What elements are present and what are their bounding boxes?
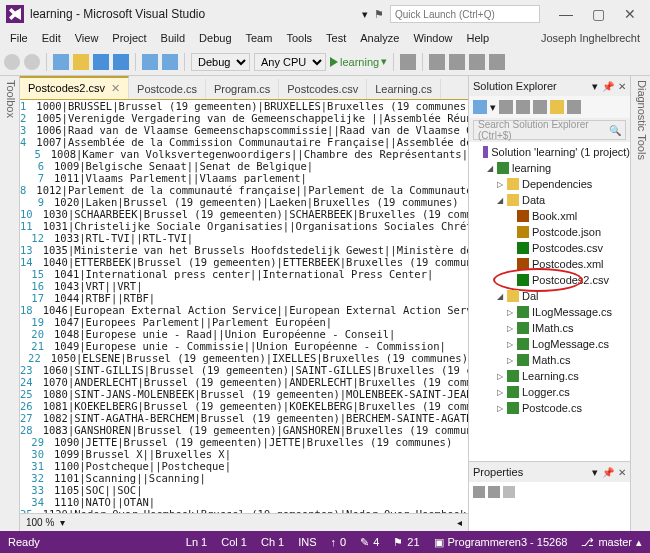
document-tab[interactable]: Program.cs (206, 79, 279, 99)
file-node[interactable]: Postcodes2.csv (469, 272, 630, 288)
alpha-icon[interactable] (488, 486, 500, 498)
file-node[interactable]: ▷Postcode.cs (469, 400, 630, 416)
pin-icon[interactable]: 📌 (602, 81, 614, 92)
editor-line[interactable]: 271082|SINT-AGATHA-BERCHEM|Brussel (19 g… (20, 412, 468, 424)
file-node[interactable]: ▷LogMessage.cs (469, 336, 630, 352)
menu-analyze[interactable]: Analyze (354, 30, 405, 46)
folder-dal[interactable]: ◢Dal (469, 288, 630, 304)
status-changes[interactable]: ✎ 4 (360, 536, 379, 549)
editor-line[interactable]: 291090|JETTE|Brussel (19 gemeenten)|JETT… (20, 436, 468, 448)
menu-build[interactable]: Build (155, 30, 191, 46)
editor-line[interactable]: 21005|Verenigde Vergadering van de Gemee… (20, 112, 468, 124)
misc-icon-1[interactable] (400, 54, 416, 70)
file-node[interactable]: ▷Learning.cs (469, 368, 630, 384)
document-tab[interactable]: Postcodes.csv (279, 79, 367, 99)
editor-line[interactable]: 251080|SINT-JANS-MOLENBEEK|Brussel (19 g… (20, 388, 468, 400)
misc-icon-5[interactable] (489, 54, 505, 70)
collapse-icon[interactable] (533, 100, 547, 114)
status-branch[interactable]: ⎇ master ▴ (581, 536, 642, 549)
status-pending[interactable]: ↑ 0 (331, 536, 347, 548)
editor-line[interactable]: 301099|Brussel X||Bruxelles X| (20, 448, 468, 460)
editor-line[interactable]: 141040|ETTERBEEK|Brussel (19 gemeenten)|… (20, 256, 468, 268)
menu-view[interactable]: View (69, 30, 105, 46)
editor-line[interactable]: 161043|VRT||VRT| (20, 280, 468, 292)
file-node[interactable]: ▷ILogMessage.cs (469, 304, 630, 320)
editor-line[interactable]: 101030|SCHAARBEEK|Brussel (19 gemeenten)… (20, 208, 468, 220)
editor-line[interactable]: 281083|GANSHOREN|Brussel (19 gemeenten)|… (20, 424, 468, 436)
editor-line[interactable]: 81012|Parlement de la communauté françai… (20, 184, 468, 196)
start-button[interactable]: learning ▾ (330, 55, 387, 68)
close-panel-icon[interactable]: ✕ (618, 81, 626, 92)
redo-icon[interactable] (162, 54, 178, 70)
document-tab[interactable]: Postcodes2.csv✕ (20, 76, 129, 99)
editor-line[interactable]: 311100|Postcheque||Postcheque| (20, 460, 468, 472)
nav-back-icon[interactable] (4, 54, 20, 70)
notify-icon[interactable]: ▾ (362, 8, 368, 21)
misc-icon-3[interactable] (449, 54, 465, 70)
document-tab[interactable]: Learning.cs (367, 79, 441, 99)
editor-line[interactable]: 321101|Scanning||Scanning| (20, 472, 468, 484)
editor-line[interactable]: 151041|International press center||Inter… (20, 268, 468, 280)
save-all-icon[interactable] (113, 54, 129, 70)
editor-line[interactable]: 191047|Europees Parlement||Parlement Eur… (20, 316, 468, 328)
editor-line[interactable]: 91020|Laken|Brussel (19 gemeenten)|Laeke… (20, 196, 468, 208)
showall-icon[interactable] (550, 100, 564, 114)
file-node[interactable]: Book.xml (469, 208, 630, 224)
file-node[interactable]: Postcode.json (469, 224, 630, 240)
categorized-icon[interactable] (473, 486, 485, 498)
toolbox-tab[interactable]: Toolbox (0, 76, 20, 531)
misc-icon-4[interactable] (469, 54, 485, 70)
editor-line[interactable]: 221050|ELSENE|Brussel (19 gemeenten)|IXE… (20, 352, 468, 364)
editor-line[interactable]: 61009|Belgische Senaat||Senat de Belgiqu… (20, 160, 468, 172)
editor-line[interactable]: 51008|Kamer van Volksvertegenwoordigers|… (20, 148, 468, 160)
minimize-button[interactable]: — (552, 6, 580, 22)
file-node[interactable]: ▷Logger.cs (469, 384, 630, 400)
zoom-level[interactable]: 100 % (26, 517, 54, 528)
editor-line[interactable]: 331105|SOC||SOC| (20, 484, 468, 496)
pin-icon[interactable]: 📌 (602, 467, 614, 478)
editor-line[interactable]: 31006|Raad van de Vlaamse Gemeenschapsco… (20, 124, 468, 136)
dependencies-node[interactable]: ▷Dependencies (469, 176, 630, 192)
file-node[interactable]: Postcodes.xml (469, 256, 630, 272)
menu-team[interactable]: Team (240, 30, 279, 46)
file-node[interactable]: Postcodes.csv (469, 240, 630, 256)
status-errors[interactable]: ⚑ 21 (393, 536, 419, 549)
refresh-icon[interactable] (516, 100, 530, 114)
close-button[interactable]: ✕ (616, 6, 644, 22)
menu-edit[interactable]: Edit (36, 30, 67, 46)
menu-debug[interactable]: Debug (193, 30, 237, 46)
platform-select[interactable]: Any CPU (254, 53, 326, 71)
editor-line[interactable]: 231060|SINT-GILLIS|Brussel (19 gemeenten… (20, 364, 468, 376)
editor-line[interactable]: 211049|Europese unie - Commissie||Union … (20, 340, 468, 352)
close-tab-icon[interactable]: ✕ (111, 82, 120, 94)
nav-fwd-icon[interactable] (24, 54, 40, 70)
menu-project[interactable]: Project (106, 30, 152, 46)
file-node[interactable]: ▷IMath.cs (469, 320, 630, 336)
save-icon[interactable] (93, 54, 109, 70)
editor-line[interactable]: 341110|NATO||OTAN| (20, 496, 468, 508)
maximize-button[interactable]: ▢ (584, 6, 612, 22)
status-repo[interactable]: ▣ Programmeren3 - 15268 (434, 536, 568, 549)
document-tab[interactable]: Postcode.cs (129, 79, 206, 99)
menu-file[interactable]: File (4, 30, 34, 46)
editor-line[interactable]: 11000|BRUSSEL|Brussel (19 gemeenten)|BRU… (20, 100, 468, 112)
editor-line[interactable]: 121033|RTL-TVI||RTL-TVI| (20, 232, 468, 244)
file-node[interactable]: ▷Math.cs (469, 352, 630, 368)
menu-window[interactable]: Window (407, 30, 458, 46)
folder-data[interactable]: ◢Data (469, 192, 630, 208)
wrench-icon[interactable] (503, 486, 515, 498)
editor[interactable]: 11000|BRUSSEL|Brussel (19 gemeenten)|BRU… (20, 100, 468, 513)
menu-tools[interactable]: Tools (280, 30, 318, 46)
editor-line[interactable]: 71011|Vlaams Parlement||Vlaams parlement… (20, 172, 468, 184)
menu-test[interactable]: Test (320, 30, 352, 46)
close-panel-icon[interactable]: ✕ (618, 467, 626, 478)
signed-in-user[interactable]: Joseph Inghelbrecht (535, 30, 646, 46)
new-project-icon[interactable] (53, 54, 69, 70)
home-icon[interactable] (473, 100, 487, 114)
editor-line[interactable]: 131035|Ministerie van het Brussels Hoofd… (20, 244, 468, 256)
editor-line[interactable]: 41007|Assemblée de la Commission Communa… (20, 136, 468, 148)
project-node[interactable]: ◢learning (469, 160, 630, 176)
sync-icon[interactable] (499, 100, 513, 114)
dropdown-icon[interactable]: ▾ (592, 80, 598, 93)
editor-line[interactable]: 171044|RTBF||RTBF| (20, 292, 468, 304)
